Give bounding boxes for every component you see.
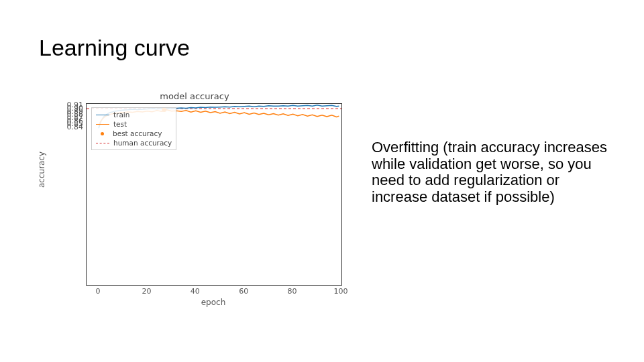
slide-title: Learning curve bbox=[39, 35, 190, 61]
legend-test-swatch bbox=[96, 124, 109, 125]
legend-train-label: train bbox=[113, 110, 129, 119]
legend-best-label: best accuracy bbox=[113, 129, 162, 138]
x-axis-label: epoch bbox=[86, 298, 341, 307]
x-tick: 60 bbox=[239, 287, 248, 296]
x-tick: 100 bbox=[334, 287, 348, 296]
legend-best-swatch bbox=[101, 132, 104, 135]
legend-human-swatch bbox=[96, 143, 109, 143]
legend-train: train bbox=[96, 110, 172, 119]
overfitting-explanation: Overfitting (train accuracy increases wh… bbox=[372, 139, 608, 206]
legend-train-swatch bbox=[96, 115, 109, 115]
slide: Learning curve model accuracy accuracy e… bbox=[0, 0, 644, 362]
legend-test: test bbox=[96, 119, 172, 129]
chart-title: model accuracy bbox=[34, 91, 356, 101]
x-tick: 80 bbox=[288, 287, 297, 296]
legend-human-label: human accuracy bbox=[113, 138, 172, 147]
legend-best: best accuracy bbox=[96, 129, 172, 138]
x-tick: 20 bbox=[142, 287, 151, 296]
x-tick: 0 bbox=[96, 287, 101, 296]
accuracy-chart: model accuracy accuracy epoch train test… bbox=[34, 87, 356, 308]
legend: train test best accuracy human accuracy bbox=[91, 107, 176, 150]
legend-human: human accuracy bbox=[96, 138, 172, 147]
y-axis-label: accuracy bbox=[37, 152, 46, 188]
legend-test-label: test bbox=[113, 119, 127, 129]
y-tick: 0.91 bbox=[56, 101, 83, 109]
x-tick: 40 bbox=[191, 287, 200, 296]
